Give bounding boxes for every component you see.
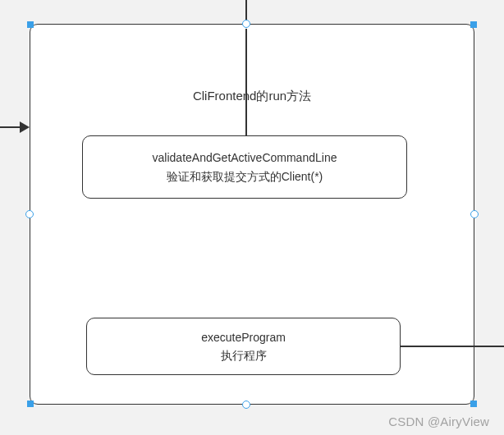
port-bottom[interactable]	[242, 401, 250, 409]
handle-bottom-right[interactable]	[470, 401, 477, 407]
outer-title: CliFrontend的run方法	[30, 89, 474, 104]
handle-top-right[interactable]	[470, 21, 477, 28]
node-execute[interactable]: executeProgram 执行程序	[86, 318, 401, 375]
watermark: CSDN @AiryView	[388, 414, 489, 428]
arrowhead-left-in	[20, 121, 30, 133]
diagram-canvas: CliFrontend的run方法 validateAndGetActiveCo…	[0, 0, 504, 435]
node-execute-line1: executeProgram	[201, 328, 286, 346]
node-execute-line2: 执行程序	[221, 346, 267, 364]
connector-into-validate	[245, 29, 247, 135]
node-validate[interactable]: validateAndGetActiveCommandLine 验证和获取提交方…	[82, 135, 407, 199]
port-left[interactable]	[25, 210, 34, 218]
port-right[interactable]	[470, 210, 479, 218]
connector-execute-out	[401, 346, 504, 347]
handle-bottom-left[interactable]	[27, 401, 34, 407]
port-top[interactable]	[242, 20, 250, 28]
connector-left-in	[0, 126, 20, 128]
handle-top-left[interactable]	[27, 21, 34, 28]
node-validate-line1: validateAndGetActiveCommandLine	[153, 149, 337, 167]
node-validate-line2: 验证和获取提交方式的Client(*)	[167, 167, 323, 185]
